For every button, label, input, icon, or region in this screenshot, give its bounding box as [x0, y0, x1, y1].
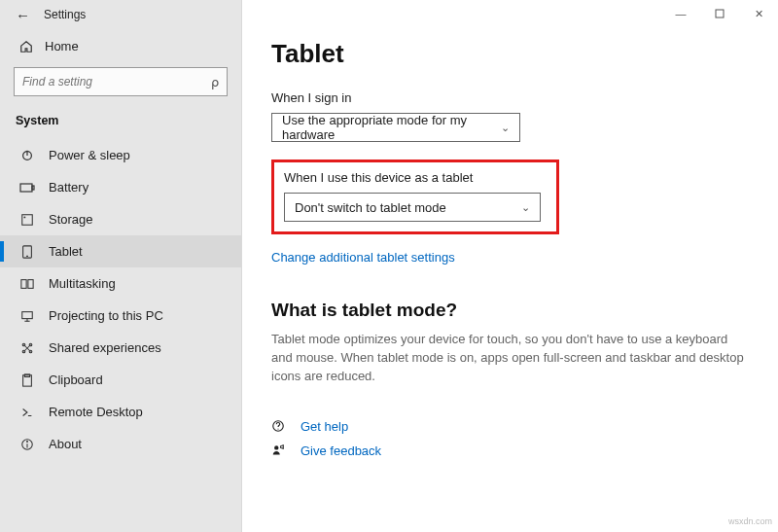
svg-rect-4 [22, 214, 33, 225]
home-label: Home [45, 39, 79, 53]
nav-label: Tablet [49, 244, 83, 259]
nav-label: About [49, 437, 82, 451]
sidebar-item-clipboard[interactable]: Clipboard [0, 364, 241, 396]
nav-label: Battery [49, 180, 88, 195]
sidebar-item-about[interactable]: About [0, 428, 241, 460]
nav-label: Power & sleep [49, 148, 130, 162]
nav-label: Remote Desktop [49, 405, 143, 419]
page-heading: Tablet [271, 39, 749, 69]
device-value: Don't switch to tablet mode [295, 200, 446, 215]
shared-icon [19, 341, 35, 355]
sidebar-item-tablet[interactable]: Tablet [0, 235, 241, 267]
sidebar-item-battery[interactable]: Battery [0, 171, 241, 203]
nav-list: Power & sleep Battery Storage Tablet Mul… [0, 139, 241, 460]
sidebar-item-multitasking[interactable]: Multitasking [0, 267, 241, 300]
device-select[interactable]: Don't switch to tablet mode ⌄ [284, 193, 541, 222]
tablet-icon [19, 245, 35, 259]
sidebar-home[interactable]: Home [0, 29, 241, 63]
sidebar-item-projecting[interactable]: Projecting to this PC [0, 300, 241, 332]
signin-value: Use the appropriate mode for my hardware [282, 113, 501, 142]
feedback-icon [271, 443, 287, 457]
storage-icon [19, 213, 35, 227]
titlebar: ← Settings [0, 0, 241, 29]
signin-select[interactable]: Use the appropriate mode for my hardware… [271, 113, 520, 142]
change-settings-link[interactable]: Change additional tablet settings [271, 250, 455, 265]
sidebar-item-remote-desktop[interactable]: Remote Desktop [0, 396, 241, 428]
about-icon [19, 438, 35, 451]
sidebar-item-storage[interactable]: Storage [0, 203, 241, 235]
nav-label: Multitasking [49, 276, 116, 291]
svg-rect-3 [32, 186, 34, 190]
window-controls: — ✕ [661, 0, 778, 27]
signin-label: When I sign in [271, 90, 749, 105]
whatis-heading: What is tablet mode? [271, 300, 749, 321]
app-title: Settings [44, 8, 86, 21]
nav-label: Shared experiences [49, 340, 161, 355]
svg-rect-10 [22, 311, 33, 318]
maximize-button[interactable] [700, 0, 739, 27]
sidebar-item-shared-experiences[interactable]: Shared experiences [0, 332, 241, 364]
power-icon [19, 149, 35, 162]
svg-point-5 [24, 216, 25, 217]
clipboard-icon [19, 373, 35, 387]
home-icon [19, 40, 33, 53]
search-input[interactable] [22, 75, 188, 89]
get-help-link[interactable]: Get help [271, 419, 749, 434]
search-icon: ⍴ [211, 75, 219, 89]
get-help-label: Get help [301, 419, 348, 434]
highlight-box: When I use this device as a tablet Don't… [271, 160, 559, 234]
svg-rect-20 [716, 10, 724, 18]
remote-icon [19, 406, 35, 419]
svg-rect-2 [20, 184, 32, 192]
nav-label: Storage [49, 212, 93, 227]
sidebar: ← Settings Home ⍴ System Power & sleep B… [0, 0, 242, 532]
section-label: System [0, 106, 241, 135]
svg-rect-8 [21, 279, 26, 288]
sidebar-item-power-sleep[interactable]: Power & sleep [0, 139, 241, 171]
close-button[interactable]: ✕ [739, 0, 778, 27]
svg-point-22 [274, 445, 278, 449]
chevron-down-icon: ⌄ [501, 122, 510, 134]
device-label: When I use this device as a tablet [284, 170, 547, 185]
main-panel: — ✕ Tablet When I sign in Use the approp… [242, 0, 778, 532]
chevron-down-icon: ⌄ [521, 201, 530, 214]
minimize-button[interactable]: — [661, 0, 700, 27]
svg-rect-9 [28, 279, 33, 288]
battery-icon [19, 183, 35, 193]
back-button[interactable]: ← [8, 3, 38, 27]
projecting-icon [19, 309, 35, 323]
give-feedback-link[interactable]: Give feedback [271, 443, 749, 458]
watermark: wsxdn.com [728, 516, 772, 526]
nav-label: Projecting to this PC [49, 308, 163, 323]
whatis-body: Tablet mode optimizes your device for to… [271, 331, 748, 386]
help-icon [271, 419, 287, 433]
give-feedback-label: Give feedback [301, 443, 381, 458]
multitasking-icon [19, 277, 35, 291]
search-box[interactable]: ⍴ [14, 67, 228, 96]
svg-point-19 [27, 441, 28, 442]
nav-label: Clipboard [49, 372, 103, 387]
